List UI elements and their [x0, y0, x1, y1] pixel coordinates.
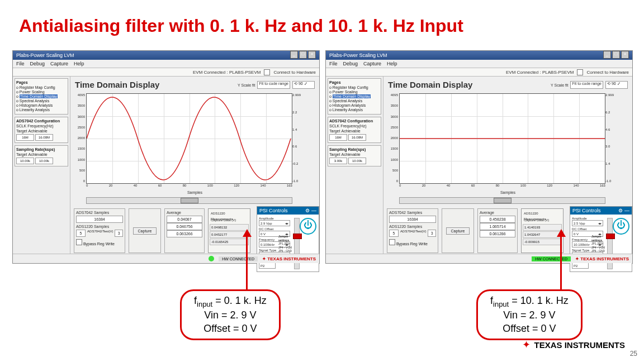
psi-out-input[interactable]: P2	[259, 263, 276, 269]
arrowhead-icon	[557, 229, 566, 237]
y-axis-right: 2.9992.21.40.6-0.2-1.0	[292, 93, 301, 183]
titlebar: Plabs-Power Scaling LVM _ □ ×	[326, 51, 632, 60]
rate-ach-value: 10.00k	[35, 158, 53, 164]
page-item-selected[interactable]: o Time Domain Display	[16, 94, 67, 98]
hw-status: HW CONNECTED	[219, 256, 258, 261]
yscale-select[interactable]: Fit to code range	[257, 81, 290, 89]
capture-button-box: Capture	[129, 208, 161, 253]
close-icon[interactable]: ×	[621, 51, 629, 59]
ti-logo: ✦ TEXAS INSTRUMENTS	[262, 256, 316, 261]
samples-box: ADS7042 Samples 16384 ADS1220 Samples 5 …	[74, 208, 125, 253]
plot-scrollbar[interactable]	[86, 197, 292, 204]
callout-arrow-right	[560, 234, 562, 289]
minimize-icon[interactable]: _	[603, 51, 611, 59]
slide-number: 25	[630, 350, 637, 358]
connect-checkbox[interactable]	[264, 69, 270, 75]
jumper-settings: Jumper settings JP1,JP3>JP4 - VCMJP6 - G…	[278, 235, 299, 253]
waveform-sine	[87, 94, 292, 183]
menu-debug[interactable]: Debug	[343, 61, 358, 66]
menu-help[interactable]: Help	[74, 61, 84, 66]
callout-right: finput = 10. 1 k. Hz Vin = 2. 9 V Offset…	[476, 289, 583, 340]
page-item[interactable]: o Power Scaling	[16, 90, 67, 94]
y-axis-left: 40953500300025002000150010005000	[72, 93, 85, 183]
menu-help[interactable]: Help	[387, 61, 397, 66]
sclk-ach-value: 16.08M	[35, 134, 53, 141]
callout-arrow-left	[246, 234, 248, 289]
plot-controls: Y Scale fit Fit to code range ⟲ 90 ⤢	[238, 81, 315, 89]
evm-status: EVM Connected : PLABS-PSEVM	[506, 70, 574, 75]
maximize-icon[interactable]: □	[299, 51, 307, 59]
page-item[interactable]: o Linearity Analysis	[16, 108, 67, 112]
sidebar: Pages o Register Map Config o Power Scal…	[13, 77, 70, 255]
arrowhead-icon	[243, 229, 252, 237]
sclk-label: SCLK Frequency(Hz)	[16, 124, 67, 128]
titlebar: Plabs-Power Scaling LVM _ □ ×	[13, 51, 319, 60]
sclk-target-input[interactable]: 16M	[16, 134, 34, 141]
plot-area-flat	[399, 93, 605, 184]
page-item[interactable]: o Histogram Analysis	[16, 103, 67, 107]
plot-title: Time Domain Display	[75, 80, 159, 89]
window-footer: HW CONNECTED ✦ TEXAS INSTRUMENTS	[13, 254, 319, 263]
sidebar: Pages o Register Map Config o Power Scal…	[326, 77, 383, 255]
ti-footer-logo: ✦TEXAS INSTRUMENTS	[522, 339, 625, 351]
callout-left: finput = 0. 1 k. Hz Vin = 2. 9 V Offset …	[180, 289, 281, 340]
status-dot-icon	[209, 256, 214, 261]
minimize-icon[interactable]: _	[290, 51, 298, 59]
pages-title: Pages	[16, 80, 67, 84]
menu-file[interactable]: File	[16, 61, 25, 66]
config-box: ADS7042 Configuration SCLK Frequency(Hz)…	[15, 117, 68, 143]
plot-area	[86, 93, 292, 184]
maximize-icon[interactable]: □	[612, 51, 620, 59]
connect-label: Connect to Hardware	[273, 70, 316, 75]
close-icon[interactable]: ×	[308, 51, 316, 59]
menubar: File Debug Capture Help	[326, 60, 632, 68]
menu-file[interactable]: File	[329, 61, 338, 66]
power-icon[interactable]: ⏻	[613, 218, 629, 235]
cfg-title: ADS7042 Configuration	[16, 119, 67, 123]
main-area: Time Domain Display Y Scale fit Fit to c…	[70, 77, 319, 255]
connect-label: Connect to Hardware	[586, 70, 629, 75]
connect-checkbox[interactable]	[577, 69, 583, 75]
rate-title: Sampling Rate(ksps)	[16, 147, 67, 151]
avg-box: Average 0.04087 0.046756 0.063266	[164, 208, 205, 253]
psi-menu-icon[interactable]: ⚙ —	[305, 208, 316, 213]
page-item[interactable]: o Spectral Analysis	[16, 99, 67, 103]
evm-status: EVM Connected : PLABS-PSEVM	[193, 70, 261, 75]
power-icon[interactable]: ⏻	[300, 218, 316, 235]
window-title: Plabs-Power Scaling LVM	[16, 51, 74, 60]
status-row: EVM Connected : PLABS-PSEVM Connect to H…	[326, 68, 632, 77]
psi-title: PSI Controls	[259, 208, 288, 213]
x-axis: 020406080100120140163	[86, 184, 292, 189]
menubar: File Debug Capture Help	[13, 60, 319, 68]
status-row: EVM Connected : PLABS-PSEVM Connect to H…	[13, 68, 319, 77]
ads7042r-input[interactable]: 3	[115, 230, 123, 237]
scale-buttons[interactable]: ⟲ 90 ⤢	[292, 81, 315, 89]
app-window-right: Plabs-Power Scaling LVM _ □ × File Debug…	[325, 50, 633, 264]
app-window-left: Plabs-Power Scaling LVM _ □ × File Debug…	[12, 50, 320, 264]
capture-button[interactable]: Capture	[133, 227, 157, 235]
x-label: Samples	[70, 190, 319, 194]
page-item[interactable]: o Register Map Config	[16, 85, 67, 89]
bypass-checkbox[interactable]	[76, 239, 82, 245]
slide-title: Antialiasing filter with 0. 1 k. Hz and …	[19, 16, 463, 36]
menu-capture[interactable]: Capture	[363, 61, 381, 66]
ads1220-input[interactable]: 5	[76, 230, 86, 237]
samples-input[interactable]: 16384	[76, 216, 123, 223]
psi-amp-input[interactable]: 2.9 Vpp◂▸	[259, 220, 290, 226]
rate-target-input[interactable]: 10.00k	[16, 158, 34, 164]
menu-debug[interactable]: Debug	[30, 61, 45, 66]
menu-capture[interactable]: Capture	[50, 61, 68, 66]
waveform-flat	[400, 94, 605, 183]
rate-box: Sampling Rate(ksps) TargetAchievable 10.…	[15, 145, 68, 166]
pages-box: Pages o Register Map Config o Power Scal…	[15, 78, 68, 115]
window-title: Plabs-Power Scaling LVM	[329, 51, 387, 60]
